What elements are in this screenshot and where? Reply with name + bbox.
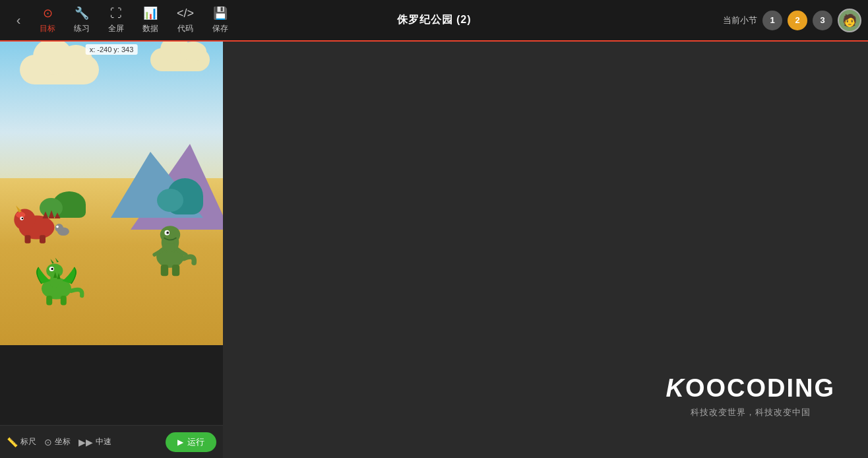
svg-point-28 <box>51 268 53 271</box>
coords-overlay: x: -240 y: 343 <box>86 44 138 55</box>
svg-point-1 <box>14 209 35 230</box>
svg-point-7 <box>22 217 24 219</box>
svg-rect-22 <box>161 265 168 276</box>
ruler-label: 标尺 <box>20 436 36 447</box>
step-2-button[interactable]: 2 <box>788 11 807 30</box>
brand-tagline: 科技改变世界，科技改变中国 <box>666 407 835 418</box>
svg-rect-23 <box>172 265 179 276</box>
ruler-icon: 📏 <box>7 437 18 447</box>
svg-marker-4 <box>49 210 55 218</box>
canvas-area: x: -240 y: 343 <box>0 42 223 425</box>
step-3-button[interactable]: 3 <box>813 11 832 30</box>
svg-marker-8 <box>16 205 22 213</box>
bush-teal2 <box>157 189 183 212</box>
cloud-2 <box>150 48 210 71</box>
back-button[interactable]: ‹ <box>7 9 30 32</box>
svg-point-12 <box>55 224 63 232</box>
right-panel: KKOOCODINGOOCODING 科技改变世界，科技改变中国 <box>223 42 868 458</box>
step-1-button[interactable]: 1 <box>762 11 782 30</box>
coords-control[interactable]: ⊙ 坐标 <box>44 436 71 447</box>
toolbar-item-practice[interactable]: 🔧 练习 <box>65 0 99 40</box>
dino-dragon <box>30 253 89 309</box>
coords-label: 坐标 <box>55 436 71 447</box>
speed-control[interactable]: ▶▶ 中速 <box>78 436 111 447</box>
brand-logo: KKOOCODINGOOCODING <box>666 374 835 403</box>
bottom-controls: 📏 标尺 ⊙ 坐标 ▶▶ 中速 ▶ 运行 <box>0 425 223 458</box>
data-label: 数据 <box>142 23 158 34</box>
dino-red <box>10 189 69 248</box>
svg-marker-5 <box>55 213 61 218</box>
code-label: 代码 <box>177 23 193 34</box>
coords-icon: ⊙ <box>44 437 52 447</box>
branding: KKOOCODINGOOCODING 科技改变世界，科技改变中国 <box>666 374 835 418</box>
run-button[interactable]: ▶ 运行 <box>166 432 216 452</box>
svg-point-2 <box>16 212 25 218</box>
svg-marker-30 <box>55 257 59 262</box>
current-section-label: 当前小节 <box>723 15 757 26</box>
svg-rect-31 <box>46 296 52 305</box>
toolbar-right: 当前小节 1 2 3 🧑 <box>723 9 861 32</box>
toolbar-item-fullscreen[interactable]: ⛶ 全屏 <box>99 0 133 40</box>
toolbar-item-target[interactable]: ⊙ 目标 <box>30 0 65 40</box>
run-label: 运行 <box>187 436 204 448</box>
avatar-button[interactable]: 🧑 <box>838 9 861 32</box>
save-label: 保存 <box>212 23 228 34</box>
play-icon: ▶ <box>177 438 183 447</box>
svg-marker-29 <box>51 259 54 263</box>
practice-label: 练习 <box>74 23 90 34</box>
fullscreen-icon: ⛶ <box>110 7 122 20</box>
dino-scene <box>0 42 223 345</box>
logo-k: K <box>666 374 685 402</box>
target-icon: ⊙ <box>43 6 53 20</box>
svg-rect-10 <box>40 235 46 244</box>
speed-icon: ▶▶ <box>78 437 93 447</box>
svg-point-19 <box>166 232 169 234</box>
svg-point-17 <box>160 226 180 244</box>
canvas-container: x: -240 y: 343 <box>0 42 223 425</box>
svg-marker-3 <box>43 211 49 218</box>
toolbar-item-data[interactable]: 📊 数据 <box>133 0 168 40</box>
svg-rect-32 <box>61 296 67 305</box>
dino-green <box>144 216 197 278</box>
left-panel: x: -240 y: 343 <box>0 42 223 458</box>
svg-point-13 <box>56 226 59 228</box>
wrench-icon: 🔧 <box>75 6 89 20</box>
speed-label: 中速 <box>96 436 111 447</box>
target-label: 目标 <box>40 23 55 34</box>
save-icon: 💾 <box>213 6 228 20</box>
page-title: 侏罗纪公园 (2) <box>397 13 472 27</box>
toolbar-item-save[interactable]: 💾 保存 <box>203 0 237 40</box>
code-icon: </> <box>177 7 194 20</box>
fullscreen-label: 全屏 <box>108 23 124 34</box>
toolbar: ‹ ⊙ 目标 🔧 练习 ⛶ 全屏 📊 数据 </> 代码 💾 保存 侏罗纪公园 … <box>0 0 868 42</box>
main-content: x: -240 y: 343 <box>0 42 868 458</box>
data-icon: 📊 <box>143 6 158 20</box>
toolbar-item-code[interactable]: </> 代码 <box>168 0 203 40</box>
ruler-control[interactable]: 📏 标尺 <box>7 436 36 447</box>
svg-rect-9 <box>25 235 31 244</box>
cloud-1 <box>20 55 99 84</box>
